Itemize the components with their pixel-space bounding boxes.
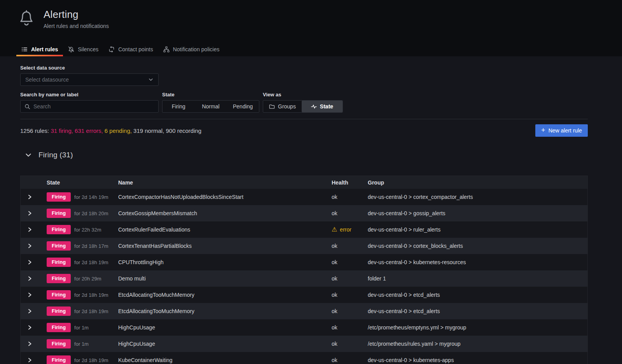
rule-health-text: ok bbox=[332, 194, 337, 200]
page-title: Alerting bbox=[44, 9, 109, 21]
firing-section-toggle[interactable]: Firing (31) bbox=[20, 151, 588, 159]
rule-health: ok bbox=[329, 292, 365, 298]
header-group: Group bbox=[365, 179, 587, 186]
rule-name: HighCpuUsage bbox=[117, 341, 329, 347]
state-badge: Firing bbox=[47, 192, 71, 202]
rule-health-text: ok bbox=[332, 341, 337, 347]
chevron-right-icon bbox=[28, 276, 32, 281]
rule-health-text: ok bbox=[332, 243, 337, 249]
tab-notification-policies[interactable]: Notification policies bbox=[158, 42, 225, 56]
state-option-firing[interactable]: Firing bbox=[162, 101, 195, 112]
tab-contact-points[interactable]: Contact points bbox=[103, 42, 158, 56]
search-input[interactable] bbox=[33, 103, 154, 110]
expand-row-button[interactable] bbox=[25, 208, 35, 218]
expand-row-button[interactable] bbox=[25, 339, 35, 349]
table-row: Firing for 1m HighCpuUsage ok /etc/prome… bbox=[21, 336, 587, 352]
state-badge: Firing bbox=[47, 241, 71, 251]
view-option-state[interactable]: State bbox=[302, 101, 342, 112]
new-alert-rule-button[interactable]: + New alert rule bbox=[535, 124, 588, 137]
header-state: State bbox=[39, 179, 117, 186]
summary-errors: 631 errors, bbox=[75, 127, 103, 134]
header-health: Health bbox=[329, 179, 365, 186]
chevron-right-icon bbox=[28, 194, 32, 200]
expand-row-button[interactable] bbox=[25, 290, 35, 300]
table-row: Firing for 20h 29m Demo multi ok folder … bbox=[21, 270, 587, 287]
rule-health: ok bbox=[329, 324, 365, 331]
expand-row-button[interactable] bbox=[25, 306, 35, 316]
state-badge: Firing bbox=[47, 339, 71, 348]
tab-label: Alert rules bbox=[31, 46, 58, 52]
view-as-group: Groups State bbox=[263, 100, 343, 113]
rule-health-text: ok bbox=[332, 324, 337, 331]
summary-pending: 6 pending, bbox=[105, 127, 132, 134]
rule-health-text: ok bbox=[332, 259, 337, 265]
firing-duration: for 1m bbox=[74, 325, 89, 331]
expand-row-button[interactable] bbox=[25, 257, 35, 267]
expand-row-button[interactable] bbox=[25, 322, 35, 333]
firing-duration: for 2d 18h 17m bbox=[74, 243, 108, 249]
expand-row-button[interactable] bbox=[25, 192, 35, 202]
state-filter-group: Firing Normal Pending bbox=[162, 100, 259, 113]
page-header: Alerting Alert rules and notifications bbox=[0, 0, 622, 29]
tab-alert-rules[interactable]: Alert rules bbox=[16, 42, 63, 56]
rule-group: dev-us-central-0 > etcd_alerts bbox=[365, 292, 587, 298]
rule-name: CortexTenantHasPartialBlocks bbox=[117, 243, 329, 249]
rule-health-text: ok bbox=[332, 308, 337, 314]
chevron-right-icon bbox=[28, 243, 32, 249]
tab-label: Contact points bbox=[118, 46, 153, 52]
firing-duration: for 2d 18h 20m bbox=[74, 211, 108, 216]
state-badge: Firing bbox=[47, 225, 71, 234]
rule-name: EtcdAllocatingTooMuchMemory bbox=[117, 308, 329, 314]
rule-health: ok bbox=[329, 243, 365, 249]
expand-row-button[interactable] bbox=[25, 225, 35, 235]
table-row: Firing for 2d 18h 19m EtcdAllocatingTooM… bbox=[21, 287, 587, 303]
firing-duration: for 1m bbox=[74, 341, 89, 347]
expand-row-button[interactable] bbox=[25, 241, 35, 251]
rule-name: KubeContainerWaiting bbox=[117, 357, 329, 363]
divider bbox=[20, 119, 588, 119]
list-icon bbox=[21, 46, 28, 52]
rule-group: dev-us-central-0 > etcd_alerts bbox=[365, 308, 587, 314]
alert-rules-table: State Name Health Group Firing for 2d 14… bbox=[20, 176, 588, 364]
search-icon bbox=[24, 104, 30, 110]
rule-health: ok bbox=[329, 341, 365, 347]
firing-duration: for 2d 18h 19m bbox=[74, 308, 108, 314]
rule-group: dev-us-central-0 > cortex_compactor_aler… bbox=[365, 194, 587, 200]
chevron-right-icon bbox=[28, 325, 32, 330]
rule-name: CortexRulerFailedEvaluations bbox=[117, 226, 329, 233]
chevron-right-icon bbox=[28, 357, 32, 363]
rule-group: /etc/prometheus/emptyns.yml > mygroup bbox=[365, 324, 587, 331]
expand-row-button[interactable] bbox=[25, 273, 35, 284]
datasource-placeholder: Select datasource bbox=[25, 77, 148, 83]
view-option-label: Groups bbox=[278, 103, 296, 110]
tab-silences[interactable]: Silences bbox=[63, 42, 103, 56]
firing-duration: for 20h 29m bbox=[74, 276, 101, 282]
firing-duration: for 2d 18h 19m bbox=[74, 357, 108, 363]
chevron-right-icon bbox=[28, 260, 32, 265]
table-row: Firing for 22h 32m CortexRulerFailedEval… bbox=[21, 221, 587, 238]
expand-row-button[interactable] bbox=[25, 355, 35, 364]
bell-icon bbox=[19, 9, 34, 28]
chevron-right-icon bbox=[28, 292, 32, 298]
state-option-normal[interactable]: Normal bbox=[195, 101, 227, 112]
share-arrows-icon bbox=[108, 46, 115, 52]
datasource-select[interactable]: Select datasource bbox=[20, 73, 159, 86]
rule-health-text: ok bbox=[332, 210, 337, 216]
state-option-pending[interactable]: Pending bbox=[227, 101, 259, 112]
view-option-groups[interactable]: Groups bbox=[263, 101, 302, 112]
firing-duration: for 2d 18h 19m bbox=[74, 292, 108, 298]
rule-health-text: ok bbox=[332, 357, 337, 363]
new-alert-rule-label: New alert rule bbox=[549, 127, 582, 134]
rule-name: HighCpuUsage bbox=[117, 324, 329, 331]
rule-group: folder 1 bbox=[365, 275, 587, 282]
state-badge: Firing bbox=[47, 258, 71, 267]
folder-icon bbox=[269, 104, 275, 110]
state-badge: Firing bbox=[47, 209, 71, 218]
rule-group: dev-us-central-0 > kubernetes-resources bbox=[365, 259, 587, 265]
page-subtitle: Alert rules and notifications bbox=[44, 23, 109, 29]
state-badge: Firing bbox=[47, 274, 71, 283]
rule-health: ok bbox=[329, 210, 365, 216]
search-label: Search by name or label bbox=[20, 92, 159, 98]
firing-duration: for 22h 32m bbox=[74, 227, 101, 233]
state-badge: Firing bbox=[47, 355, 71, 364]
